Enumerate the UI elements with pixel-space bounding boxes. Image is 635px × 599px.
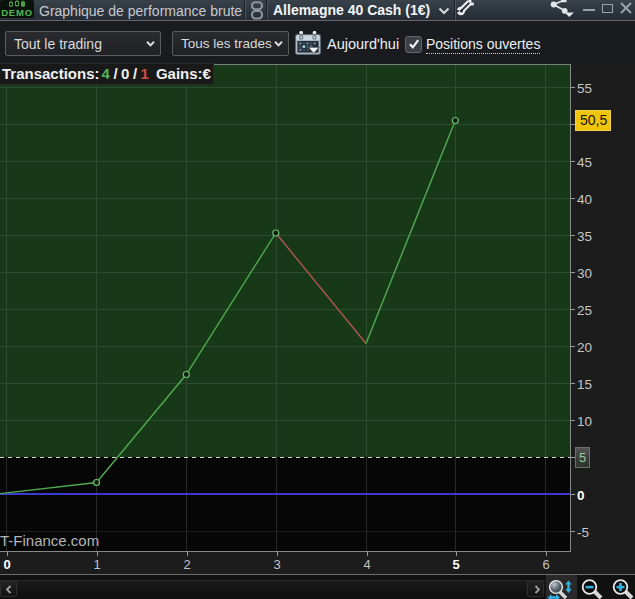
svg-text:DEMO: DEMO <box>1 7 33 18</box>
